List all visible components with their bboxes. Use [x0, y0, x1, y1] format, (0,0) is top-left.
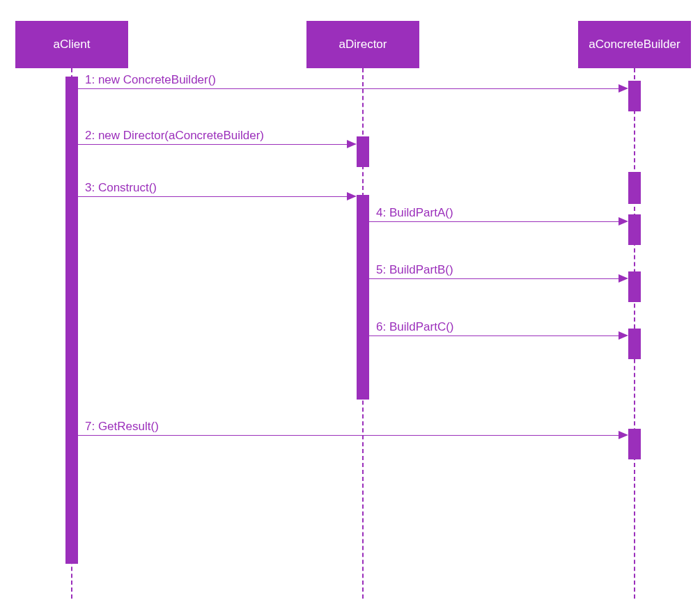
message-label: 7: GetResult(): [85, 420, 159, 434]
arrow-head-icon: [347, 192, 357, 200]
activation-bar: [65, 77, 78, 564]
arrow-head-icon: [619, 431, 628, 439]
message-line: [369, 278, 620, 279]
message-label: 2: new Director(aConcreteBuilder): [85, 129, 264, 143]
message-line: [369, 335, 620, 336]
activation-bar: [628, 329, 641, 359]
activation-bar: [357, 136, 369, 167]
activation-bar: [628, 81, 641, 111]
message-label: 4: BuildPartA(): [376, 206, 453, 220]
message-label: 3: Construct(): [85, 181, 157, 195]
arrow-head-icon: [619, 331, 628, 340]
participant-label: aConcreteBuilder: [589, 38, 680, 52]
participant-label: aDirector: [339, 38, 387, 52]
activation-bar: [628, 214, 641, 245]
message-line: [369, 221, 620, 222]
activation-bar: [628, 172, 641, 204]
participant-box: aConcreteBuilder: [578, 21, 691, 68]
participant-box: aClient: [15, 21, 128, 68]
activation-bar: [628, 429, 641, 459]
arrow-head-icon: [619, 274, 628, 283]
activation-bar: [628, 271, 641, 302]
message-label: 5: BuildPartB(): [376, 263, 453, 277]
arrow-head-icon: [619, 84, 628, 93]
participant-box: aDirector: [306, 21, 419, 68]
message-line: [78, 196, 348, 197]
message-label: 1: new ConcreteBuilder(): [85, 73, 216, 87]
arrow-head-icon: [347, 140, 357, 148]
message-line: [78, 435, 620, 436]
message-line: [78, 88, 620, 89]
message-line: [78, 144, 348, 145]
activation-bar: [357, 195, 369, 400]
message-label: 6: BuildPartC(): [376, 320, 453, 334]
arrow-head-icon: [619, 217, 628, 226]
participant-label: aClient: [54, 38, 91, 52]
